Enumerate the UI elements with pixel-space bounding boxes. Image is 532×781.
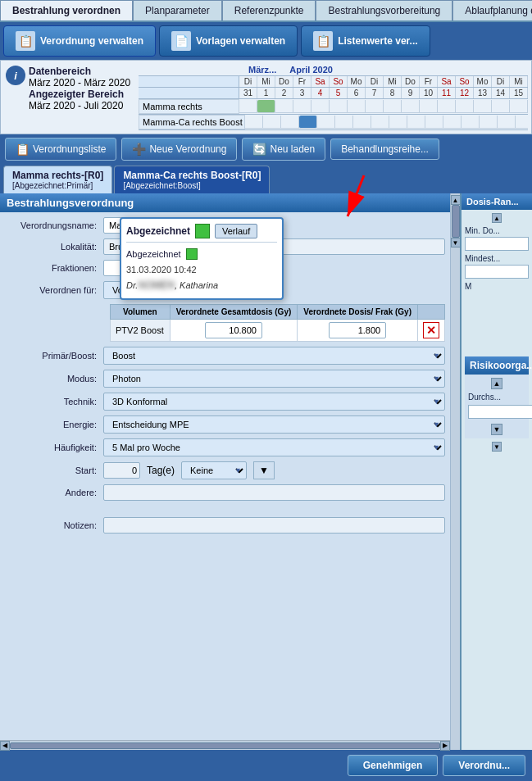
genehmigen-button[interactable]: Genehmigen [348, 755, 439, 776]
vorlagen-verwalten-button[interactable]: 📄 Vorlagen verwalten [159, 25, 298, 57]
day-mi1: Mi [257, 76, 275, 87]
plus-icon: ➕ [132, 143, 146, 156]
haeufigkeit-select[interactable]: 5 Mal pro Woche [103, 438, 445, 456]
verordnungsname-row: Verordnungsname: Abgezeichnet Verlauf Ab… [5, 217, 445, 234]
day-sa1: Sa [311, 76, 330, 87]
daynum-4: 4 [311, 88, 330, 98]
technik-select[interactable]: 3D Konformal [103, 393, 445, 411]
modus-row: Modus: Photon [5, 370, 445, 388]
start-input[interactable] [103, 462, 140, 479]
lokalitaet-label: Lokalität: [5, 242, 103, 252]
energie-row: Energie: Entscheidung MPE [5, 415, 445, 434]
daynum-10: 10 [420, 88, 438, 98]
behandlungsreihe-button[interactable]: Behandlungsreihe... [330, 138, 439, 160]
energie-label: Energie: [5, 420, 103, 429]
cal-cell [366, 100, 384, 113]
andere-input[interactable] [103, 484, 445, 501]
notizen-input[interactable] [103, 517, 445, 534]
status-popup: Abgezeichnet Verlauf Abgezeichnet 31.03.… [120, 217, 284, 300]
mindest-input[interactable] [465, 265, 529, 279]
primaer-select[interactable]: Boost [103, 347, 445, 365]
volume-table-container: Volumen Verordnete Gesamtdosis (Gy) Vero… [110, 304, 445, 342]
cal-cell [317, 116, 335, 129]
daynum-14: 14 [492, 88, 510, 98]
horizontal-scrollbar[interactable]: ◀ ▶ [0, 740, 450, 750]
start-label: Start: [5, 465, 103, 475]
modus-select[interactable]: Photon [103, 370, 445, 388]
vorlagen-icon: 📄 [171, 31, 191, 51]
tab-ablaufplanung[interactable]: Ablaufplanung de... [452, 0, 532, 20]
min-dosis-input[interactable] [465, 237, 529, 251]
verordnung-button[interactable]: Verordnu... [443, 755, 525, 776]
dosis-scroll-up-button[interactable]: ▲ [492, 213, 502, 223]
cal-cell [443, 116, 462, 129]
listenwerte-button[interactable]: 📋 Listenwerte ver... [301, 25, 430, 57]
start-unit: Tag(e) [147, 465, 175, 476]
day-fr1: Fr [293, 76, 311, 87]
cal-cell [245, 116, 263, 129]
tab-planparameter[interactable]: Planparameter [133, 0, 222, 20]
day-sa2: Sa [438, 76, 456, 87]
listenwerte-icon: 📋 [313, 31, 333, 51]
dosis-scroll-down-button[interactable]: ▼ [492, 442, 502, 452]
risikoorgane-section: Risikooorga... ▲ Durchs... ▼ [465, 356, 529, 438]
delete-vol-button[interactable]: ✕ [423, 322, 439, 338]
daynum-13: 13 [474, 88, 492, 98]
verlauf-button[interactable]: Verlauf [215, 224, 257, 238]
col-gesamtdosis: Verordnete Gesamtdosis (Gy) [170, 305, 298, 320]
daynum-6: 6 [348, 88, 366, 98]
vol-frak[interactable] [298, 320, 418, 342]
vol-frak-input[interactable] [329, 322, 386, 338]
verordnungsliste-button[interactable]: 📋 Verordnungsliste [5, 138, 116, 161]
hscroll-thumb[interactable] [10, 742, 440, 749]
cal-cell [275, 100, 293, 113]
day-mi3: Mi [510, 76, 528, 87]
daynum-9: 9 [402, 88, 420, 98]
day-mo2: Mo [474, 76, 492, 87]
verordnung-verwalten-button[interactable]: 📋 Verordnung verwalten [3, 25, 156, 57]
daynum-11: 11 [438, 88, 456, 98]
hscroll-right-button[interactable]: ▶ [440, 741, 450, 751]
haeufigkeit-row: Häufigkeit: 5 Mal pro Woche [5, 438, 445, 456]
scroll-down-button[interactable]: ▼ [451, 238, 461, 247]
scroll-thumb[interactable] [452, 205, 460, 238]
cal-cell-green [257, 100, 275, 113]
cal-cell [239, 100, 257, 113]
neu-laden-button[interactable]: 🔄 Neu laden [242, 138, 325, 161]
neue-verordnung-button[interactable]: ➕ Neue Verordnung [121, 138, 237, 161]
cal-cell [389, 116, 407, 129]
col-frak: Verordnete Dosis/ Frak (Gy) [298, 305, 418, 320]
tab-referenzpunkte[interactable]: Referenzpunkte [222, 0, 316, 20]
hscroll-left-button[interactable]: ◀ [0, 741, 10, 751]
daynum-8: 8 [384, 88, 402, 98]
energie-select[interactable]: Entscheidung MPE [103, 415, 445, 434]
tab-mamma-boost[interactable]: Mamma-Ca rechts Boost-[R0] [Abgezeichnet… [114, 166, 270, 193]
day-mi2: Mi [384, 76, 402, 87]
durchs-input[interactable] [468, 405, 532, 419]
risiko-scroll-up-button[interactable]: ▲ [491, 378, 502, 389]
start-dropdown-button[interactable]: ▼ [253, 461, 275, 479]
tab-mamma-rechts[interactable]: Mamma rechts-[R0] [Abgezeichnet:Primär] [3, 166, 112, 193]
start-keine-select[interactable]: Keine [181, 461, 247, 479]
cal-cell [293, 100, 311, 113]
risiko-scroll-down-button[interactable]: ▼ [491, 424, 502, 435]
vertical-scrollbar[interactable]: ▲ ▼ [450, 193, 460, 750]
vol-gesamtdosis-input[interactable] [205, 322, 262, 338]
refresh-icon: 🔄 [252, 143, 266, 156]
cal-cell [425, 116, 443, 129]
vol-delete[interactable]: ✕ [418, 320, 445, 342]
durchs-label: Durchs... [468, 393, 525, 402]
table-row: PTV2 Boost ✕ [111, 320, 445, 342]
status-popup-title: Abgezeichnet [126, 225, 190, 237]
scroll-up-button[interactable]: ▲ [451, 195, 461, 205]
tab-bestrahlungsvorbereitung[interactable]: Bestrahlungsvorbereitung [316, 0, 452, 20]
tab-bestrahlung[interactable]: Bestrahlung verordnen [0, 0, 133, 20]
info-icon: i [6, 66, 25, 85]
dosis-range-header: Dosis-Ran... [462, 193, 532, 210]
verordnen-label: Verordnen für: [5, 285, 103, 295]
cal-cell [498, 116, 516, 129]
vol-gesamtdosis[interactable] [170, 320, 298, 342]
cal-cell [474, 100, 492, 113]
cal-cell [384, 100, 402, 113]
daynum-1: 1 [257, 88, 275, 98]
